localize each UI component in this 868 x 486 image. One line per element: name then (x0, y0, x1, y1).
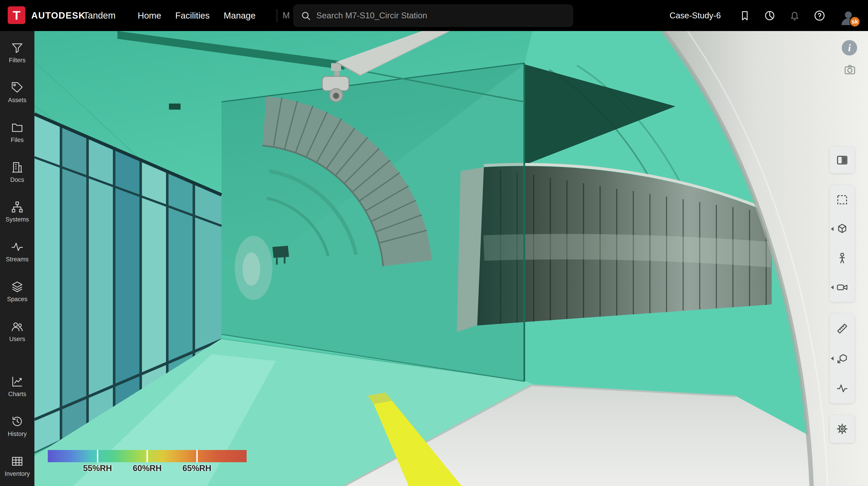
pulse-icon (11, 241, 24, 253)
sidebar-item-filters[interactable]: Filters (0, 33, 34, 73)
section-plane (221, 63, 524, 382)
window-select-button[interactable] (830, 185, 855, 214)
chart-icon (11, 375, 24, 388)
donut-chart-icon (764, 10, 776, 22)
first-person-icon (836, 252, 848, 265)
toolbar-group-views (830, 147, 855, 173)
filter-icon (11, 41, 24, 54)
flyout-arrow-icon (831, 285, 834, 290)
nav-divider (277, 9, 277, 22)
nav-facilities[interactable]: Facilities (175, 11, 210, 21)
toolbar-group-navigation (830, 185, 855, 302)
measure-icon (836, 322, 848, 335)
measure-button[interactable] (830, 314, 855, 343)
sidebar-item-history[interactable]: History (0, 406, 34, 446)
search-input[interactable] (316, 11, 566, 20)
sidebar-item-systems[interactable]: Systems (0, 192, 34, 232)
sidebar-item-docs[interactable]: Docs (0, 152, 34, 192)
sidebar-item-charts[interactable]: Charts (0, 367, 34, 406)
sidebar-label: Spaces (7, 296, 27, 303)
split-view-button[interactable] (830, 147, 855, 173)
viewer-toolbar (830, 147, 855, 443)
viewport-3d-scene[interactable] (34, 31, 868, 486)
layers-icon (11, 280, 24, 293)
split-view-icon (836, 154, 849, 167)
settings-gear-icon (836, 423, 848, 435)
legend-label-65: 65%RH (183, 463, 212, 473)
legend-tick (97, 450, 98, 462)
sidebar-item-inventory[interactable]: Inventory (0, 446, 34, 486)
top-bar: T AUTODESK Tandem Home Facilities Manage… (0, 0, 868, 31)
search-box[interactable] (293, 4, 573, 27)
search-icon (301, 10, 311, 21)
camera-snapshot-icon (843, 63, 856, 76)
hierarchy-icon (11, 201, 24, 213)
legend-labels: 55%RH 60%RH 65%RH (48, 463, 247, 475)
info-button[interactable]: i (842, 40, 857, 56)
tag-icon (11, 81, 24, 94)
tandem-logo-letter: T (13, 8, 20, 23)
view-cube-button[interactable] (830, 214, 855, 243)
user-menu[interactable]: sk (838, 5, 859, 26)
sidebar-item-files[interactable]: Files (0, 112, 34, 152)
explode-button[interactable] (830, 343, 855, 373)
snapshot-button[interactable] (843, 63, 857, 76)
view-cube-icon (836, 223, 848, 235)
bell-icon (789, 10, 801, 22)
table-icon (11, 455, 24, 468)
sidebar-label: Systems (5, 216, 29, 223)
main-nav: Home Facilities Manage (138, 0, 256, 31)
sidebar-label: Files (11, 136, 24, 144)
nav-overflow-item[interactable]: M (283, 0, 292, 31)
left-sidebar: Filters Assets Files Docs Systems Stream… (0, 31, 34, 486)
nav-home[interactable]: Home (138, 11, 161, 21)
info-button-label: i (848, 42, 851, 54)
building-icon (11, 161, 24, 174)
sidebar-label: Assets (8, 97, 26, 104)
nav-manage[interactable]: Manage (224, 11, 256, 21)
history-icon (11, 415, 24, 428)
sidebar-item-streams[interactable]: Streams (0, 232, 34, 272)
sidebar-label: Docs (10, 176, 24, 183)
tandem-logo[interactable]: T (8, 6, 25, 24)
legend-gradient-bar (48, 450, 247, 462)
users-icon (11, 320, 24, 333)
help-button[interactable] (813, 9, 826, 22)
sidebar-label: Streams (6, 256, 29, 263)
sidebar-item-spaces[interactable]: Spaces (0, 272, 34, 311)
settings-button[interactable] (830, 415, 855, 443)
topbar-right-cluster: Case-Study-6 (670, 0, 868, 31)
sidebar-label: Filters (9, 57, 26, 64)
flyout-arrow-icon (831, 227, 834, 231)
bookmark-icon (739, 10, 750, 21)
bookmark-button[interactable] (739, 9, 751, 22)
humidity-legend: 55%RH 60%RH 65%RH (48, 450, 247, 475)
user-initials-badge: sk (849, 16, 860, 27)
pulse-icon (836, 382, 848, 395)
sidebar-item-assets[interactable]: Assets (0, 73, 34, 113)
brand-product: Tandem (83, 0, 116, 31)
video-camera-icon (836, 281, 848, 294)
sidebar-label: History (8, 430, 27, 437)
sidebar-label: Charts (8, 391, 26, 398)
window-select-icon (836, 193, 849, 206)
notifications-button[interactable] (788, 9, 801, 22)
folder-icon (11, 121, 24, 134)
sidebar-item-users[interactable]: Users (0, 311, 34, 351)
heatmap-pulse-button[interactable] (830, 373, 855, 403)
legend-label-55: 55%RH (83, 463, 112, 473)
first-person-button[interactable] (830, 243, 855, 273)
explode-icon (836, 352, 848, 365)
help-icon (813, 9, 826, 22)
legend-label-60: 60%RH (133, 463, 162, 473)
camera-views-button[interactable] (830, 273, 855, 302)
toolbar-group-analysis (830, 314, 855, 403)
brand-company: AUTODESK (31, 0, 86, 31)
sidebar-label: Inventory (4, 470, 30, 477)
sidebar-label: Users (9, 336, 25, 343)
flyout-arrow-icon (831, 357, 834, 361)
reports-button[interactable] (764, 9, 776, 22)
viewport-3d: i (34, 31, 868, 486)
legend-tick (147, 450, 148, 462)
facility-name[interactable]: Case-Study-6 (670, 11, 721, 20)
